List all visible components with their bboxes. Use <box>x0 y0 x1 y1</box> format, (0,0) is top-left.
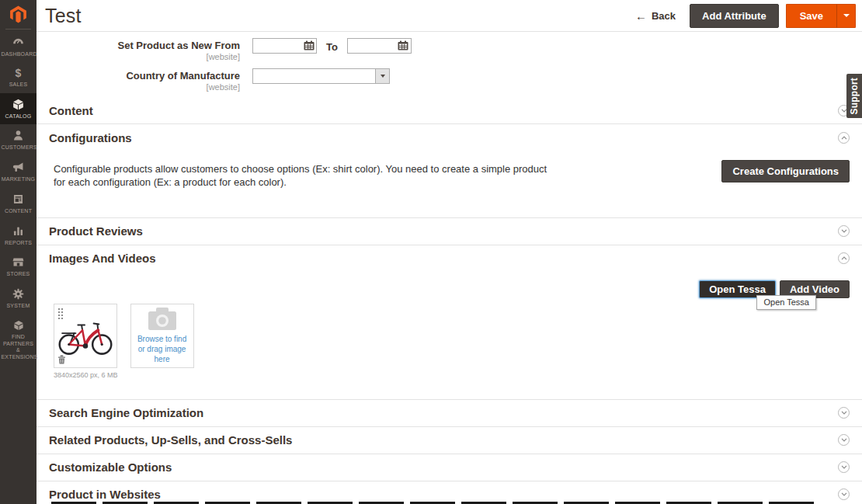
images-and-videos-body: Open Tessa Add Video Open Tessa <box>36 272 862 399</box>
stores-storefront-icon <box>12 255 25 269</box>
sidebar-item-label: STORES <box>7 271 30 278</box>
section-head-seo[interactable]: Search Engine Optimization <box>36 400 862 426</box>
image-tile-column: 3840x2560 px, 6 MB <box>54 304 118 379</box>
section-head-content[interactable]: Content <box>36 97 862 123</box>
reports-chart-icon <box>12 224 25 238</box>
camera-icon <box>147 307 178 332</box>
customers-person-icon <box>12 129 25 142</box>
sidebar-item-catalog[interactable]: CATALOG <box>0 93 36 125</box>
sidebar-item-customers[interactable]: CUSTOMERS <box>0 124 36 156</box>
sidebar-item-label: SALES <box>9 82 28 89</box>
calendar-icon[interactable] <box>303 40 315 51</box>
chevron-up-circle-icon[interactable] <box>838 132 850 144</box>
sidebar-item-content[interactable]: CONTENT <box>0 188 36 220</box>
section-title: Product Reviews <box>49 224 838 238</box>
section-head-product-in-websites[interactable]: Product in Websites <box>36 481 862 504</box>
sidebar-divider <box>5 29 31 30</box>
sidebar-item-stores[interactable]: STORES <box>0 251 36 283</box>
sidebar-item-label: FIND PARTNERS & EXTENSIONS <box>2 334 36 361</box>
open-tessa-tooltip: Open Tessa <box>756 295 816 310</box>
accordion-sections: Content Configurations Configurable prod… <box>36 97 862 504</box>
set-product-new-row: Set Product as New From [website] <box>36 38 862 61</box>
dashboard-gauge-icon <box>12 36 25 49</box>
trash-icon <box>57 355 66 364</box>
section-product-reviews: Product Reviews <box>36 218 862 245</box>
chevron-down-circle-icon[interactable] <box>838 407 850 419</box>
section-title: Images And Videos <box>49 252 838 265</box>
page-title: Test <box>45 5 635 27</box>
support-tab-label: Support <box>849 78 860 114</box>
delete-image-button[interactable] <box>57 355 66 364</box>
section-related-products: Related Products, Up-Sells, and Cross-Se… <box>36 427 862 454</box>
catalog-box-icon <box>12 98 25 111</box>
chevron-down-circle-icon[interactable] <box>838 434 850 446</box>
chevron-down-circle-icon[interactable] <box>838 461 850 473</box>
save-button[interactable]: Save <box>786 4 836 28</box>
media-buttons-row: Open Tessa Add Video <box>54 280 850 298</box>
sidebar-item-system[interactable]: SYSTEM <box>0 283 36 315</box>
chevron-down-icon <box>381 75 385 78</box>
sales-dollar-icon: $ <box>16 68 22 79</box>
sidebar-item-find-partners-extensions[interactable]: FIND PARTNERS & EXTENSIONS <box>0 315 36 366</box>
country-select[interactable] <box>252 68 390 84</box>
sidebar-item-label: CATALOG <box>5 113 32 120</box>
product-image-tile[interactable] <box>54 304 117 368</box>
section-title: Content <box>49 104 838 117</box>
main-content: Test ← Back Add Attribute Save Set Produ… <box>36 0 862 504</box>
section-images-and-videos: Images And Videos Open Tessa Add Video O… <box>36 245 862 400</box>
chevron-down-circle-icon[interactable] <box>838 488 850 500</box>
extensions-cube-icon <box>12 319 25 332</box>
country-of-manufacture-row: Country of Manufacture [website] <box>36 68 862 92</box>
sidebar-item-label: DASHBOARD <box>2 51 36 58</box>
calendar-icon[interactable] <box>398 40 409 51</box>
image-size-caption: 3840x2560 px, 6 MB <box>54 371 118 379</box>
image-upload-dropzone[interactable]: Browse to find or drag image here <box>130 304 194 368</box>
section-head-configurations[interactable]: Configurations <box>36 124 862 151</box>
select-arrow-button[interactable] <box>375 69 389 83</box>
admin-sidebar: DASHBOARD $ SALES CATALOG CUSTOMERS MARK… <box>0 0 36 504</box>
sidebar-item-label: CONTENT <box>5 208 32 215</box>
support-tab[interactable]: Support <box>846 74 862 118</box>
scope-note: [website] <box>36 82 240 92</box>
to-label: To <box>326 41 338 53</box>
country-label: Country of Manufacture <box>36 70 240 82</box>
section-head-images-and-videos[interactable]: Images And Videos <box>36 245 862 272</box>
new-to-date-wrap <box>347 38 412 54</box>
media-gallery: 3840x2560 px, 6 MB Browse to find or dra… <box>54 304 850 379</box>
sidebar-item-sales[interactable]: $ SALES <box>0 63 36 93</box>
page-header: Test ← Back Add Attribute Save <box>36 0 862 32</box>
section-product-in-websites: Product in Websites <box>36 481 862 504</box>
field-label-block: Set Product as New From [website] <box>36 40 252 61</box>
section-head-customizable-options[interactable]: Customizable Options <box>36 454 862 481</box>
back-button-label: Back <box>652 10 676 22</box>
chevron-down-circle-icon[interactable] <box>838 225 850 237</box>
content-page-icon <box>12 193 25 206</box>
section-head-related-products[interactable]: Related Products, Up-Sells, and Cross-Se… <box>36 427 862 454</box>
drag-handle-icon[interactable] <box>58 308 63 319</box>
sidebar-item-label: CUSTOMERS <box>2 144 36 151</box>
magento-logo[interactable] <box>0 0 36 29</box>
section-title: Related Products, Up-Sells, and Cross-Se… <box>49 433 838 447</box>
section-title: Configurations <box>49 131 838 144</box>
section-customizable-options: Customizable Options <box>36 454 862 481</box>
product-bike-image <box>57 315 114 356</box>
create-configurations-button[interactable]: Create Configurations <box>721 160 850 182</box>
configurations-description: Configurable products allow customers to… <box>54 163 551 189</box>
section-head-product-reviews[interactable]: Product Reviews <box>36 218 862 245</box>
section-title: Product in Websites <box>49 488 838 501</box>
sidebar-item-label: SYSTEM <box>7 303 30 310</box>
section-title: Search Engine Optimization <box>49 406 838 419</box>
sidebar-item-reports[interactable]: REPORTS <box>0 220 36 252</box>
uploader-hint-text: Browse to find or drag image here <box>134 334 190 364</box>
back-button[interactable]: ← Back <box>635 9 676 23</box>
marketing-megaphone-icon <box>12 161 25 174</box>
set-new-from-label: Set Product as New From <box>36 40 240 51</box>
save-options-toggle[interactable] <box>836 4 856 28</box>
section-title: Customizable Options <box>49 461 838 474</box>
field-label-block: Country of Manufacture [website] <box>36 70 252 92</box>
chevron-up-circle-icon[interactable] <box>838 252 850 264</box>
sidebar-item-dashboard[interactable]: DASHBOARD <box>0 31 36 63</box>
add-attribute-button[interactable]: Add Attribute <box>690 4 779 28</box>
sidebar-item-marketing[interactable]: MARKETING <box>0 156 36 188</box>
product-form: Set Product as New From [website] <box>36 32 862 92</box>
